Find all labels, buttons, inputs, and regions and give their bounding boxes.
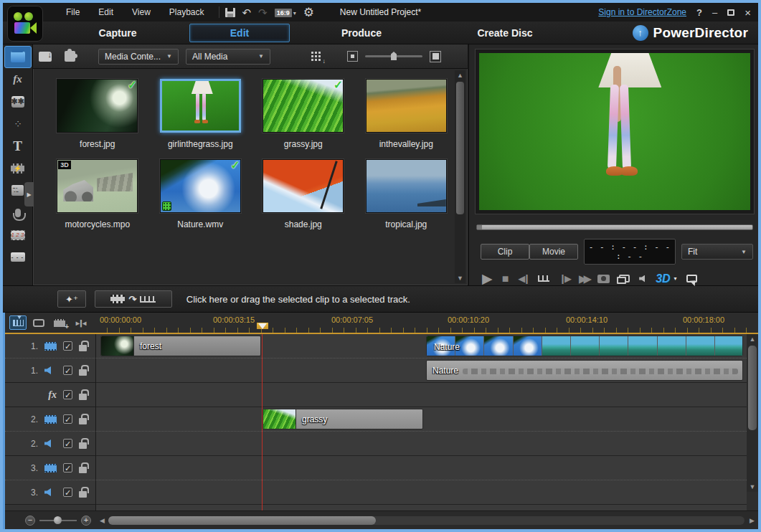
sidebar-item-transition-room[interactable]: ⚡ — [4, 157, 32, 179]
sidebar-item-effect-room[interactable]: fx — [4, 68, 32, 90]
tab-capture[interactable]: Capture — [46, 27, 189, 39]
undo-icon[interactable]: ↶ — [242, 7, 252, 18]
sidebar-item-particle-room[interactable]: ⁘ — [4, 113, 32, 135]
sidebar-item-subtitle-room[interactable]: - - - — [4, 246, 32, 268]
track-enable-checkbox[interactable]: ✓ — [63, 439, 72, 448]
previous-frame-button[interactable]: ◀❙ — [518, 274, 529, 283]
scroll-down-icon[interactable]: ▼ — [750, 482, 756, 492]
settings-gear-icon[interactable]: ⚙ — [303, 6, 314, 19]
signin-directorzone-link[interactable]: Sign in to DirectorZone — [598, 7, 686, 17]
library-item-inthevalley[interactable]: inthevalley.jpg — [364, 79, 449, 149]
track-audio-3[interactable] — [96, 480, 747, 505]
fullscreen-preview-icon[interactable] — [686, 275, 697, 282]
zoom-in-button[interactable]: + — [81, 516, 91, 526]
track-enable-checkbox[interactable]: ✓ — [63, 414, 72, 424]
insert-to-timeline-button[interactable]: ↷ — [95, 290, 172, 308]
library-item-nature[interactable]: ✓ Nature.wmv — [159, 159, 243, 229]
tab-edit[interactable]: Edit — [189, 24, 290, 42]
thumbnail-nature[interactable]: ✓ — [160, 159, 241, 213]
track-video-2[interactable]: grassy — [96, 407, 747, 432]
close-button[interactable]: × — [745, 7, 751, 18]
sidebar-item-chapter-room[interactable]: 1 2 3 — [4, 224, 32, 246]
help-icon[interactable]: ? — [696, 7, 702, 18]
sidebar-item-pip-objects-room[interactable]: ✱✱ — [4, 90, 32, 113]
lock-icon[interactable] — [79, 491, 87, 498]
timeline-vertical-scrollbar[interactable]: ▲ ▼ — [747, 334, 758, 492]
tab-produce[interactable]: Produce — [290, 27, 433, 39]
save-icon[interactable] — [225, 8, 235, 17]
menu-edit[interactable]: Edit — [90, 5, 122, 19]
mark-in-icon[interactable] — [538, 275, 549, 282]
thumbnail-grassy[interactable]: ✓ — [263, 79, 344, 133]
content-filter-dropdown[interactable]: Media Conte...▼ — [98, 49, 179, 65]
preview-seekbar[interactable] — [476, 224, 753, 230]
tab-create-disc[interactable]: Create Disc — [433, 27, 577, 39]
track-header-video-1[interactable]: 1. ✓ — [5, 334, 95, 358]
sidebar-item-title-room[interactable]: T — [4, 135, 32, 157]
plugin-icon[interactable] — [65, 51, 75, 62]
timeline-zoom-slider[interactable] — [39, 520, 77, 521]
timecode-display[interactable]: - - : - - : - - : - - — [584, 239, 676, 265]
track-enable-checkbox[interactable]: ✓ — [63, 341, 72, 351]
lock-icon[interactable] — [79, 394, 87, 400]
timeline-horizontal-scrollbar[interactable]: ◀ ▶ — [96, 511, 758, 529]
storyboard-view-button[interactable] — [30, 315, 47, 330]
track-header-audio-1[interactable]: 1. ✓ — [5, 358, 95, 383]
thumbnail-size-large-icon[interactable] — [430, 51, 441, 62]
menu-playback[interactable]: Playback — [161, 5, 213, 19]
scrollbar-thumb[interactable] — [748, 346, 757, 430]
timeline-view-button[interactable] — [9, 315, 27, 330]
next-frame-button[interactable]: ❙▶ — [559, 274, 569, 283]
aspect-ratio-dropdown[interactable]: 16:9▾ — [275, 7, 296, 17]
library-item-grassy[interactable]: ✓ grassy.jpg — [261, 79, 346, 149]
library-item-shade[interactable]: shade.jpg — [261, 159, 346, 229]
track-header-video-3[interactable]: 3. ✓ — [5, 456, 95, 480]
clip-mode-button[interactable]: Clip — [481, 244, 529, 260]
library-item-motorcycles[interactable]: 3D motorcycles.mpo — [55, 159, 140, 229]
track-header-audio-2[interactable]: 2. ✓ — [5, 432, 95, 456]
scroll-up-icon[interactable]: ▲ — [750, 334, 756, 344]
lock-icon[interactable] — [79, 369, 87, 376]
undock-preview-icon[interactable] — [619, 275, 630, 282]
menu-view[interactable]: View — [123, 5, 159, 19]
import-media-icon[interactable] — [39, 52, 52, 62]
library-flyout-handle[interactable]: ▶ — [24, 182, 34, 206]
redo-icon[interactable]: ↷ — [258, 7, 268, 18]
lock-icon[interactable] — [79, 442, 87, 449]
track-video-3[interactable] — [96, 456, 747, 480]
lock-icon[interactable] — [79, 467, 87, 473]
lock-icon[interactable] — [79, 345, 87, 351]
track-enable-checkbox[interactable]: ✓ — [63, 390, 72, 399]
slider-knob[interactable] — [54, 516, 62, 524]
stop-button[interactable]: ■ — [502, 273, 509, 285]
scrollbar-thumb[interactable] — [108, 516, 376, 525]
3d-mode-dropdown[interactable]: 3D ▾ — [656, 272, 676, 285]
sort-display-icon[interactable] — [311, 51, 321, 62]
menu-file[interactable]: File — [57, 5, 88, 19]
track-enable-checkbox[interactable]: ✓ — [63, 366, 72, 375]
library-item-tropical[interactable]: tropical.jpg — [364, 159, 449, 229]
sidebar-item-media-room[interactable] — [4, 46, 32, 68]
track-manager-button[interactable] — [51, 315, 68, 330]
movie-mode-button[interactable]: Movie — [529, 244, 578, 260]
playhead-line[interactable] — [262, 334, 263, 510]
clip-nature-audio[interactable]: Nature — [426, 360, 743, 381]
clip-forest[interactable]: forest — [100, 336, 261, 356]
library-item-girlinthegrass[interactable]: girlinthegrass.jpg — [159, 79, 243, 149]
media-type-filter-dropdown[interactable]: All Media▼ — [186, 49, 270, 65]
track-audio-1[interactable]: Nature — [96, 358, 747, 383]
clip-nature-video[interactable]: Nature — [426, 336, 743, 356]
snapshot-camera-icon[interactable] — [597, 275, 610, 283]
maximize-button[interactable] — [727, 9, 734, 16]
track-header-fx[interactable]: fx ✓ — [5, 383, 95, 407]
track-enable-checkbox[interactable]: ✓ — [63, 463, 72, 472]
thumbnail-size-slider[interactable] — [365, 55, 422, 57]
thumbnail-tropical[interactable] — [366, 159, 447, 213]
scroll-down-icon[interactable]: ▼ — [457, 273, 463, 283]
scroll-left-icon[interactable]: ◀ — [96, 517, 108, 524]
timeline-ruler[interactable]: 00:00:00:00 00:00:03:15 00:00:07:05 00:0… — [96, 313, 758, 333]
thumbnail-inthevalley[interactable] — [366, 79, 447, 133]
thumbnail-shade[interactable] — [263, 159, 344, 213]
play-button[interactable]: ▶ — [482, 272, 493, 285]
lock-icon[interactable] — [79, 418, 87, 424]
